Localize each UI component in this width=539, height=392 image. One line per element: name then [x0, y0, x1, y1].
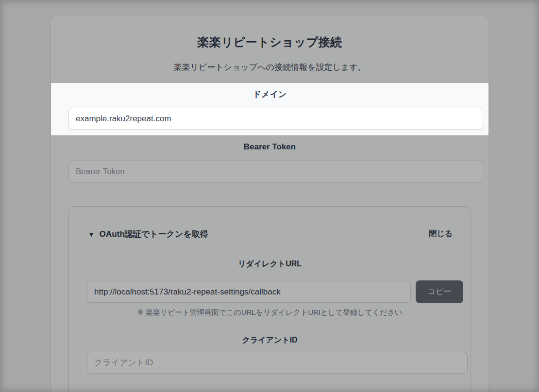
oauth-header-row: ▼ OAuth認証でトークンを取得 閉じる [88, 229, 453, 240]
client-id-label: クライアントID [69, 335, 471, 345]
redirect-url-note: ※ 楽楽リピート管理画面でこのURLをリダイレクトURIとして登録してください [69, 308, 471, 317]
bearer-token-input[interactable] [68, 161, 483, 182]
chevron-down-icon: ▼ [88, 230, 95, 238]
page-title: 楽楽リピートショップ接続 [51, 34, 488, 50]
settings-card: 楽楽リピートショップ接続 楽楽リピートショップへの接続情報を設定します。 ドメイ… [51, 16, 488, 392]
client-id-input[interactable] [87, 352, 468, 374]
domain-label: ドメイン [51, 89, 488, 100]
oauth-section: ▼ OAuth認証でトークンを取得 閉じる リダイレクトURL コピー ※ 楽楽… [68, 206, 471, 392]
oauth-toggle-label: OAuth認証でトークンを取得 [100, 229, 208, 240]
redirect-url-label: リダイレクトURL [69, 259, 471, 269]
oauth-toggle-button[interactable]: ▼ OAuth認証でトークンを取得 [88, 229, 208, 240]
redirect-url-input[interactable] [87, 281, 411, 303]
copy-button[interactable]: コピー [416, 280, 463, 303]
domain-input[interactable] [68, 108, 483, 130]
close-button[interactable]: 閉じる [429, 229, 453, 239]
page-subtitle: 楽楽リピートショップへの接続情報を設定します。 [51, 62, 488, 73]
bearer-token-label: Bearer Token [51, 142, 488, 152]
